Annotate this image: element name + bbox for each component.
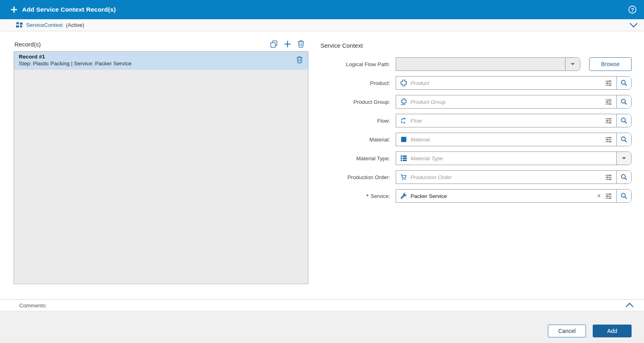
required-asterisk: * <box>366 193 368 199</box>
records-panel: Record(s) Record #1Step: Plastic Packing… <box>14 38 308 284</box>
record-title: Record #1 <box>19 54 296 60</box>
material-icon <box>400 136 407 143</box>
product-group-control: Product Group <box>396 95 632 109</box>
add-button[interactable]: Add <box>593 325 632 337</box>
product-group-placeholder[interactable]: Product Group <box>411 99 605 105</box>
material-type-input[interactable]: Material Type <box>396 151 632 165</box>
production-order-placeholder[interactable]: Production Order <box>411 174 605 180</box>
material-type-control: Material Type <box>396 151 632 165</box>
product-label: Product: <box>320 80 396 86</box>
production-order-label: Production Order: <box>320 174 396 180</box>
filter-icon[interactable] <box>605 117 612 124</box>
entity-name-link[interactable]: ServiceContext <box>26 22 63 28</box>
copy-icon[interactable] <box>270 40 278 48</box>
entity-header: ServiceContext (Active) <box>0 19 644 31</box>
form-rows: Logical Flow Path:BrowseProduct:ProductP… <box>320 57 632 203</box>
flow-label: Flow: <box>320 118 396 124</box>
record-row[interactable]: Record #1Step: Plastic Packing | Service… <box>14 52 308 70</box>
product-icon <box>400 79 407 87</box>
search-button[interactable] <box>616 76 631 90</box>
search-icon <box>620 174 628 181</box>
add-plus-icon <box>10 6 18 13</box>
dialog-titlebar: Add Service Context Record(s) ? <box>0 0 644 19</box>
search-button[interactable] <box>616 95 631 109</box>
comments-bar: Comments: <box>0 299 644 311</box>
service-context-entity-icon <box>16 22 23 28</box>
logical-flow-path-control: Browse <box>396 57 632 71</box>
dialog-title: Add Service Context Record(s) <box>22 6 628 13</box>
production-order-control: Production Order <box>396 170 632 184</box>
search-icon <box>620 117 628 124</box>
flow-row: Flow:Flow <box>320 114 632 127</box>
add-icon[interactable] <box>284 40 292 48</box>
production-order-input[interactable]: Production Order <box>396 170 632 184</box>
record-delete-icon[interactable] <box>296 56 303 64</box>
records-panel-header: Record(s) <box>14 38 308 50</box>
material-input[interactable]: Material <box>396 133 632 146</box>
search-button[interactable] <box>616 133 631 146</box>
help-icon[interactable]: ? <box>628 5 637 14</box>
material-type-icon <box>400 155 407 162</box>
search-icon <box>620 98 628 105</box>
product-input[interactable]: Product <box>396 76 632 90</box>
filter-icon[interactable] <box>605 80 612 87</box>
entity-status: (Active) <box>66 22 85 28</box>
chevron-down-small-icon <box>570 62 576 66</box>
filter-icon[interactable] <box>605 174 612 181</box>
filter-icon[interactable] <box>605 99 612 105</box>
records-panel-title: Record(s) <box>14 41 270 48</box>
dialog-footer: Cancel Add <box>0 312 644 343</box>
records-toolbar <box>270 40 305 48</box>
comments-chevron-up-icon[interactable] <box>625 303 634 308</box>
filter-icon[interactable] <box>605 193 612 200</box>
clear-icon[interactable]: × <box>597 193 601 199</box>
product-group-label: Product Group: <box>320 99 396 105</box>
flow-input[interactable]: Flow <box>396 114 632 127</box>
comments-label: Comments: <box>19 303 625 309</box>
production-order-row: Production Order:Production Order <box>320 170 632 184</box>
form-title: Service Context <box>320 38 632 49</box>
service-icon <box>400 192 407 200</box>
search-button[interactable] <box>616 189 631 203</box>
product-group-icon <box>400 98 407 105</box>
search-icon <box>620 192 628 200</box>
record-row-text: Record #1Step: Plastic Packing | Service… <box>19 54 296 67</box>
flow-placeholder[interactable]: Flow <box>411 118 605 124</box>
logical-flow-path-label: Logical Flow Path: <box>320 61 396 67</box>
browse-button[interactable]: Browse <box>589 57 632 71</box>
service-row: *Service:Packer Service× <box>320 189 632 203</box>
service-input[interactable]: Packer Service× <box>396 189 632 203</box>
dropdown-button[interactable] <box>565 57 580 71</box>
record-list[interactable]: Record #1Step: Plastic Packing | Service… <box>14 51 308 284</box>
material-type-placeholder[interactable]: Material Type <box>411 155 616 161</box>
dropdown-button[interactable] <box>616 151 631 165</box>
flow-control: Flow <box>396 114 632 127</box>
product-placeholder[interactable]: Product <box>411 80 605 86</box>
svg-text:?: ? <box>631 7 634 13</box>
search-icon <box>620 136 628 143</box>
material-label: Material: <box>320 137 396 143</box>
production-order-icon <box>400 174 407 181</box>
product-group-input[interactable]: Product Group <box>396 95 632 109</box>
service-label: *Service: <box>320 193 396 199</box>
search-button[interactable] <box>616 114 631 127</box>
service-control: Packer Service× <box>396 189 632 203</box>
collapse-section-chevron-down-icon[interactable] <box>629 22 638 28</box>
cancel-button[interactable]: Cancel <box>548 325 586 337</box>
flow-icon <box>400 117 407 124</box>
filter-icon[interactable] <box>605 136 612 143</box>
search-icon <box>620 79 628 87</box>
product-group-row: Product Group:Product Group <box>320 95 632 109</box>
record-subtitle: Step: Plastic Packing | Service: Packer … <box>19 61 296 67</box>
material-type-label: Material Type: <box>320 155 396 161</box>
product-control: Product <box>396 76 632 90</box>
product-row: Product:Product <box>320 76 632 90</box>
service-value[interactable]: Packer Service <box>411 193 597 199</box>
search-button[interactable] <box>616 170 631 184</box>
material-row: Material:Material <box>320 133 632 146</box>
material-control: Material <box>396 133 632 146</box>
logical-flow-path-input[interactable] <box>396 57 580 71</box>
delete-icon[interactable] <box>297 40 305 48</box>
service-context-form: Service Context Logical Flow Path:Browse… <box>320 38 632 208</box>
material-placeholder[interactable]: Material <box>411 137 605 143</box>
